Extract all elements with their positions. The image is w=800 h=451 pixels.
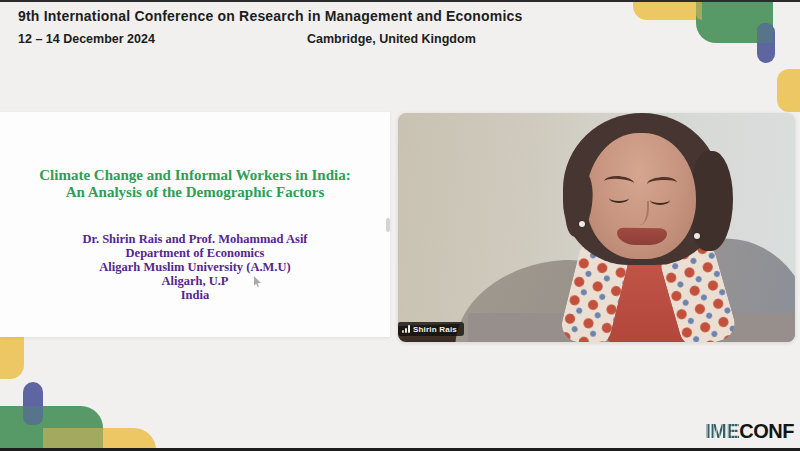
webinar-frame: 9th International Conference on Research… <box>0 0 800 451</box>
author-line: Dr. Shirin Rais and Prof. Mohammad Asif <box>0 232 390 246</box>
deco-overlap-blue-green <box>757 23 773 43</box>
deco-shape-yellow-bottomleft <box>0 337 24 379</box>
slide-scrollbar-thumb[interactable] <box>386 218 390 232</box>
logo-ime-striped: IME <box>705 420 739 443</box>
country-line: India <box>0 288 390 302</box>
slide-title-line2: An Analysis of the Demographic Factors <box>0 184 390 201</box>
speaker-video-tile[interactable]: Shirin Rais <box>398 113 795 342</box>
university-line: Aligarh Muslim University (A.M.U) <box>0 260 390 274</box>
speaker-earring-right <box>694 233 700 239</box>
speaker-earring-left <box>579 221 585 227</box>
participant-name-tag: Shirin Rais <box>398 322 464 336</box>
city-line: Aligarh, U.P <box>0 274 390 288</box>
slide-title: Climate Change and Informal Workers in I… <box>0 167 390 201</box>
top-edge-strip <box>0 0 800 2</box>
cursor-icon <box>253 276 262 287</box>
conference-location: Cambridge, United Kingdom <box>307 32 476 46</box>
logo-conf-text: CONF <box>739 420 794 443</box>
participant-name: Shirin Rais <box>413 325 457 334</box>
presentation-slide: Climate Change and Informal Workers in I… <box>0 112 390 337</box>
slide-title-line1: Climate Change and Informal Workers in I… <box>0 167 390 184</box>
department-line: Department of Economics <box>0 246 390 260</box>
conference-title: 9th International Conference on Research… <box>18 8 522 24</box>
speaker-eye-right <box>650 195 670 205</box>
conference-dates: 12 – 14 December 2024 <box>18 32 155 46</box>
mic-level-icon <box>402 325 410 333</box>
deco-overlap-blue-green-bottom <box>23 406 43 425</box>
slide-author-block: Dr. Shirin Rais and Prof. Mohammad Asif … <box>0 232 390 302</box>
imeconf-logo: IME CONF <box>705 420 794 443</box>
speaker-eye-left <box>609 193 629 203</box>
deco-overlap-green-yellow <box>696 0 702 20</box>
speaker-mouth <box>617 228 667 246</box>
deco-shape-yellow-topright <box>633 0 702 20</box>
deco-shape-yellow-rightedge <box>777 69 800 112</box>
